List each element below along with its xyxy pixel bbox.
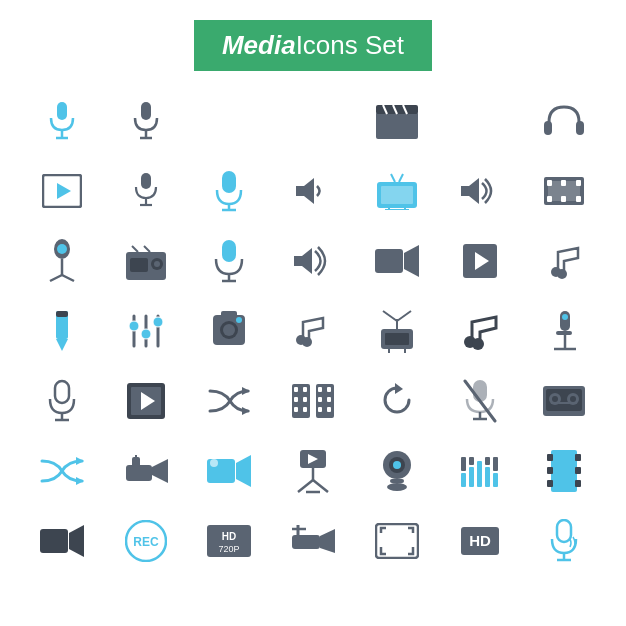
svg-rect-71 (221, 311, 237, 317)
svg-point-83 (472, 338, 484, 350)
svg-rect-34 (576, 180, 581, 186)
svg-marker-60 (56, 339, 68, 351)
svg-marker-161 (69, 525, 84, 557)
svg-rect-15 (141, 173, 151, 189)
camera-round-icon (187, 296, 271, 366)
speaker-low-icon (271, 156, 355, 226)
svg-point-70 (223, 324, 235, 336)
svg-point-65 (129, 321, 139, 331)
music-notes-icon (271, 296, 355, 366)
title-normal: Icons Set (296, 30, 404, 61)
svg-rect-23 (381, 186, 413, 204)
rec-button-icon: REC (104, 506, 188, 576)
svg-rect-109 (327, 397, 331, 402)
svg-rect-49 (222, 240, 236, 262)
svg-marker-112 (395, 383, 403, 394)
microphone-blue-icon (187, 226, 271, 296)
microphone-wave-icon (522, 506, 606, 576)
svg-rect-107 (318, 407, 322, 412)
svg-rect-44 (130, 258, 148, 272)
svg-line-47 (132, 246, 138, 252)
svg-rect-103 (303, 407, 307, 412)
hd-badge-icon: HD (439, 506, 523, 576)
svg-rect-108 (327, 387, 331, 392)
title-box: Media Icons Set (194, 20, 432, 71)
svg-point-121 (552, 396, 558, 402)
svg-marker-127 (152, 459, 168, 483)
microphone-stand-icon (20, 226, 104, 296)
tripod-cam-icon (271, 436, 355, 506)
security-cam-icon (104, 436, 188, 506)
svg-line-48 (144, 246, 150, 252)
svg-marker-29 (461, 178, 479, 204)
reload-icon (355, 366, 439, 436)
svg-rect-53 (375, 249, 403, 273)
svg-rect-89 (55, 381, 69, 403)
speaker-high-icon (439, 156, 523, 226)
svg-point-67 (153, 317, 163, 327)
header: Media Icons Set (0, 0, 626, 81)
microphone-outline-icon (20, 366, 104, 436)
svg-rect-110 (327, 407, 331, 412)
clapperboard-icon (355, 86, 439, 156)
svg-point-74 (302, 337, 312, 347)
svg-marker-21 (296, 178, 314, 204)
svg-rect-85 (556, 331, 572, 335)
svg-rect-151 (485, 457, 490, 465)
svg-rect-154 (547, 454, 553, 461)
music-note-dark-icon (439, 296, 523, 366)
svg-rect-99 (294, 397, 298, 402)
cctv-icon (271, 506, 355, 576)
svg-rect-98 (294, 387, 298, 392)
svg-line-136 (298, 480, 313, 492)
svg-rect-150 (469, 457, 474, 465)
svg-marker-131 (236, 455, 251, 487)
svg-rect-105 (318, 387, 322, 392)
svg-marker-54 (404, 245, 419, 277)
svg-rect-148 (493, 473, 498, 487)
video-cam-dark-icon (20, 506, 104, 576)
desk-microphone-icon (522, 296, 606, 366)
svg-point-72 (236, 317, 242, 323)
speaker-icon (271, 226, 355, 296)
svg-rect-100 (294, 407, 298, 412)
equalizer-icon (104, 296, 188, 366)
equalizer-bars-icon (439, 436, 523, 506)
svg-marker-125 (76, 477, 84, 485)
svg-rect-160 (40, 529, 68, 553)
svg-rect-128 (132, 457, 140, 467)
screen-frame-icon (355, 506, 439, 576)
empty-3 (439, 86, 523, 156)
svg-text:HD: HD (222, 531, 236, 542)
svg-point-66 (141, 329, 151, 339)
svg-line-28 (399, 174, 403, 182)
svg-line-42 (62, 275, 74, 281)
radio-icon (104, 226, 188, 296)
microphone-icon-4 (187, 156, 271, 226)
hd-720p-icon: HD 720P (187, 506, 271, 576)
svg-rect-32 (547, 180, 552, 186)
svg-rect-3 (141, 102, 151, 120)
video-cam-2-icon (187, 436, 271, 506)
microphone-icon-2 (104, 86, 188, 156)
play-square-icon (439, 226, 523, 296)
svg-rect-147 (485, 467, 490, 487)
svg-rect-12 (576, 121, 584, 135)
video-camera-icon (355, 226, 439, 296)
music-note-1-icon (522, 226, 606, 296)
svg-rect-33 (547, 196, 552, 202)
svg-text:HD: HD (470, 532, 492, 549)
svg-rect-156 (547, 480, 553, 487)
svg-rect-126 (126, 465, 152, 481)
tv-blue-icon (355, 156, 439, 226)
empty-1 (187, 86, 271, 156)
shuffle-blue-icon (20, 436, 104, 506)
marker-icon (20, 296, 104, 366)
svg-rect-158 (575, 467, 581, 474)
microphone-icon-1 (20, 86, 104, 156)
svg-line-79 (397, 311, 411, 321)
svg-point-46 (154, 261, 160, 267)
svg-point-141 (393, 461, 401, 469)
svg-point-132 (210, 459, 218, 467)
svg-marker-14 (57, 183, 71, 199)
